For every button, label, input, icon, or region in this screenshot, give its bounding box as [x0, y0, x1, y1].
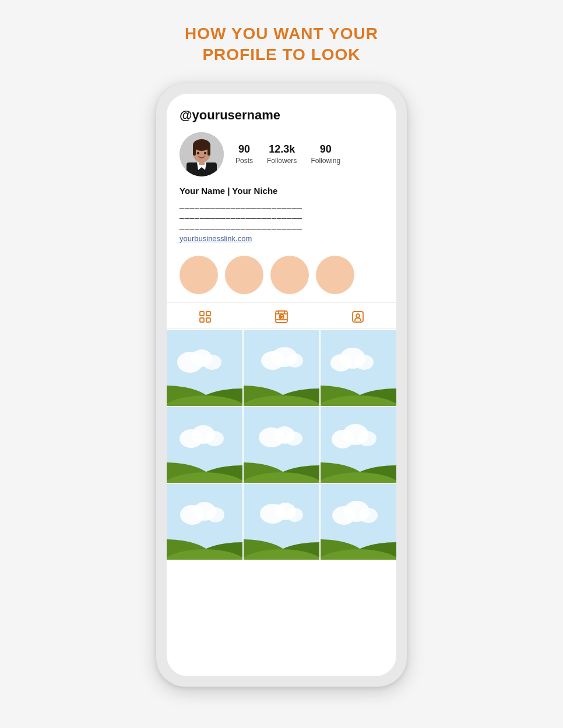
bio-line-1: ________________________ — [180, 199, 383, 208]
highlights-row — [167, 256, 396, 302]
svg-point-54 — [285, 432, 302, 446]
grid-item-4[interactable] — [167, 407, 242, 483]
svg-point-9 — [204, 152, 206, 154]
grid-item-2[interactable] — [244, 330, 319, 406]
grid-item-8[interactable] — [244, 484, 319, 560]
phone-mockup: @yourusername — [156, 83, 407, 687]
svg-point-8 — [197, 152, 199, 154]
tabs-row — [167, 302, 396, 329]
avatar — [180, 132, 224, 176]
svg-point-68 — [207, 507, 224, 522]
highlight-2[interactable] — [225, 256, 263, 294]
svg-point-40 — [355, 355, 374, 370]
highlight-1[interactable] — [180, 256, 218, 294]
grid-item-7[interactable] — [167, 484, 242, 560]
page-title: HOW YOU WANT YOUR PROFILE TO LOOK — [185, 23, 378, 66]
grid-item-3[interactable] — [321, 330, 396, 406]
bio-line-2: ________________________ — [180, 210, 383, 219]
followers-count: 12.3k — [269, 143, 295, 156]
svg-rect-10 — [200, 312, 204, 316]
grid-item-1[interactable] — [167, 330, 242, 406]
stats-row: 90 Posts 12.3k Followers 90 Following — [180, 132, 383, 176]
bio-line-3: ________________________ — [180, 220, 383, 229]
svg-marker-20 — [280, 316, 283, 318]
tab-tagged[interactable] — [339, 308, 376, 326]
grid-item-9[interactable] — [321, 484, 396, 560]
svg-point-61 — [358, 431, 376, 446]
svg-point-22 — [356, 314, 360, 317]
svg-rect-6 — [193, 145, 196, 156]
following-count: 90 — [320, 143, 332, 156]
stat-following: 90 Following — [311, 143, 340, 165]
svg-point-47 — [205, 431, 224, 446]
profile-area: @yourusername — [167, 94, 396, 256]
followers-label: Followers — [267, 157, 297, 165]
svg-point-75 — [287, 508, 303, 522]
tab-reels[interactable] — [263, 308, 300, 326]
svg-rect-11 — [206, 312, 210, 316]
svg-rect-7 — [207, 145, 210, 156]
grid-item-6[interactable] — [321, 407, 396, 483]
stat-posts: 90 Posts — [235, 143, 253, 165]
highlight-4[interactable] — [316, 256, 354, 294]
svg-point-82 — [359, 508, 378, 523]
posts-count: 90 — [238, 143, 250, 156]
phone-screen: @yourusername — [167, 94, 396, 676]
svg-rect-21 — [353, 312, 363, 322]
following-label: Following — [311, 157, 340, 165]
svg-point-33 — [287, 354, 303, 367]
tab-grid[interactable] — [187, 308, 224, 326]
username: @yourusername — [180, 108, 383, 123]
highlight-3[interactable] — [270, 256, 309, 294]
stat-followers: 12.3k Followers — [267, 143, 297, 165]
grid-item-5[interactable] — [244, 407, 319, 483]
svg-rect-13 — [206, 318, 210, 322]
bio-link[interactable]: yourbusinesslink.com — [180, 234, 383, 243]
posts-label: Posts — [235, 157, 253, 165]
bio-name: Your Name | Your Niche — [180, 186, 383, 196]
svg-point-26 — [203, 355, 221, 370]
svg-rect-12 — [200, 318, 204, 322]
post-grid — [167, 330, 396, 560]
stats-numbers: 90 Posts 12.3k Followers 90 Following — [235, 143, 383, 165]
